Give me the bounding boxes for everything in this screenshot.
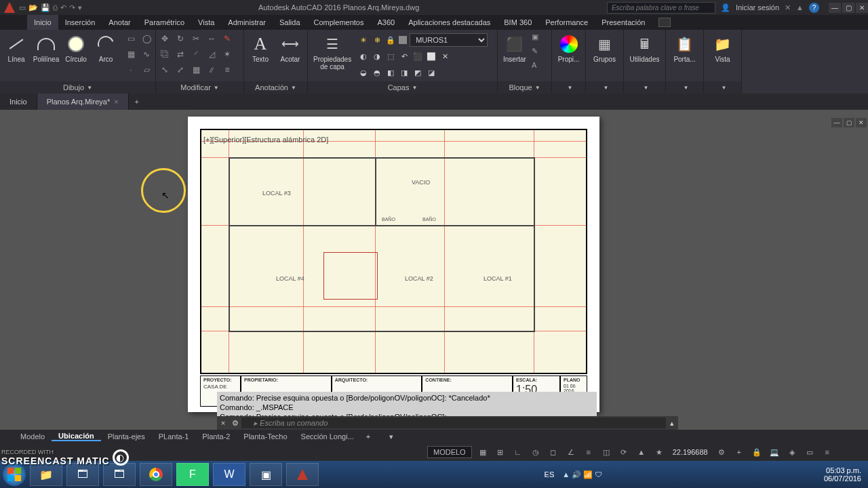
layer-b-icon[interactable]: ◓ xyxy=(372,67,382,78)
start-button[interactable] xyxy=(3,463,26,486)
add-icon[interactable]: + xyxy=(732,445,746,459)
tab-close-icon[interactable]: × xyxy=(114,98,118,106)
panel-label[interactable]: Modificar xyxy=(180,83,211,92)
grupos-button[interactable]: ▦Grupos xyxy=(589,33,620,64)
layer-del-icon[interactable]: ✕ xyxy=(439,51,450,62)
tab-administrar[interactable]: Administrar xyxy=(221,15,273,30)
annovis-icon[interactable]: ★ xyxy=(652,445,666,459)
qat-open-icon[interactable]: 📂 xyxy=(28,3,38,12)
layer-iso-icon[interactable]: ◐ xyxy=(358,51,369,62)
vista-button[interactable]: 📁Vista xyxy=(707,33,738,64)
tab-salida[interactable]: Salida xyxy=(273,15,307,30)
iso-icon[interactable]: ◈ xyxy=(785,445,799,459)
minimize-button[interactable]: — xyxy=(829,3,841,13)
layer-prev-icon[interactable]: ↶ xyxy=(399,51,410,62)
polilinea-button[interactable]: Polilínea xyxy=(33,33,60,77)
task-app2-icon[interactable]: 🗔 xyxy=(103,463,136,486)
draw-region-icon[interactable]: ▱ xyxy=(140,64,153,76)
search-input[interactable] xyxy=(607,2,715,14)
close-button[interactable]: ✕ xyxy=(856,3,868,13)
viewport[interactable]: LOCAL #3 VACIO LOCAL #4 LOCAL #2 LOCAL #… xyxy=(200,129,587,374)
layout-modelo[interactable]: Modelo xyxy=(14,432,52,441)
vp-minimize-icon[interactable]: — xyxy=(831,118,842,127)
layout-planta-1[interactable]: PLanta-1 xyxy=(152,432,196,441)
panel-label[interactable]: Anotación xyxy=(255,83,288,92)
qat-saveas-icon[interactable]: ⎙ xyxy=(53,3,58,12)
cmd-expand-icon[interactable]: ▴ xyxy=(666,419,678,428)
lweight-icon[interactable]: ≡ xyxy=(582,445,595,459)
tab-inicio[interactable]: Inicio xyxy=(27,15,58,30)
cmd-config-icon[interactable]: ⚙ xyxy=(229,419,241,428)
task-word-icon[interactable]: W xyxy=(213,463,245,486)
tab-bim360[interactable]: BIM 360 xyxy=(497,15,538,30)
layout-ubicacion[interactable]: Ubicación xyxy=(52,432,101,441)
custom-icon[interactable]: ≡ xyxy=(821,445,834,459)
tab-aplicaciones[interactable]: Aplicaciones destacadas xyxy=(401,15,497,30)
align-icon[interactable]: ≡ xyxy=(221,64,233,76)
stretch-icon[interactable]: ⤡ xyxy=(159,64,171,76)
annoscale-icon[interactable]: ▲ xyxy=(635,445,648,459)
props-button[interactable]: Propi... xyxy=(555,33,583,64)
qat-save-icon[interactable]: 💾 xyxy=(41,3,50,12)
porta-button[interactable]: 📋Porta... xyxy=(669,33,701,64)
doc-tab-inicio[interactable]: Inicio xyxy=(0,94,37,110)
layer-freeze-icon[interactable]: ❄ xyxy=(372,35,382,45)
layout-add[interactable]: + xyxy=(361,432,376,441)
explode-icon[interactable]: ✶ xyxy=(221,48,233,60)
vp-close-icon[interactable]: ✕ xyxy=(856,118,867,127)
arco-button[interactable]: Arco xyxy=(92,33,119,77)
layer-merge-icon[interactable]: ⬜ xyxy=(426,51,437,62)
layout-planta-2[interactable]: Planta-2 xyxy=(195,432,237,441)
tab-insercion[interactable]: Inserción xyxy=(58,15,102,30)
osnap-icon[interactable]: ◻ xyxy=(547,445,560,459)
polar-icon[interactable]: ◷ xyxy=(529,445,542,459)
layer-a-icon[interactable]: ◒ xyxy=(358,67,369,78)
cmd-input[interactable]: Escriba un comando xyxy=(260,419,328,427)
chamfer-icon[interactable]: ◿ xyxy=(205,48,218,60)
circulo-button[interactable]: Círculo xyxy=(62,33,90,77)
layout-menu-icon[interactable]: ▾ xyxy=(389,432,393,441)
draw-hatch-icon[interactable]: ▦ xyxy=(125,48,137,60)
hardware-icon[interactable]: 💻 xyxy=(768,445,781,459)
block-attr-icon[interactable]: A xyxy=(532,61,544,73)
qat-new-icon[interactable]: ▭ xyxy=(19,3,26,12)
copy-icon[interactable]: ⿻ xyxy=(159,48,171,60)
task-explorer-icon[interactable]: 📁 xyxy=(30,463,62,486)
lock-icon[interactable]: 🔒 xyxy=(750,445,764,459)
block-create-icon[interactable]: ▣ xyxy=(532,33,544,45)
array-icon[interactable]: ▦ xyxy=(190,64,202,76)
block-edit-icon[interactable]: ✎ xyxy=(532,47,544,59)
tab-a360[interactable]: A360 xyxy=(371,15,402,30)
extend-icon[interactable]: ↔ xyxy=(205,33,218,45)
transp-icon[interactable]: ◫ xyxy=(599,445,613,459)
rotate-icon[interactable]: ↻ xyxy=(174,33,186,45)
trim-icon[interactable]: ✂ xyxy=(190,33,202,45)
system-tray[interactable]: ▲ 🔊 📶 🛡 xyxy=(562,470,602,479)
panel-label[interactable]: Capas xyxy=(388,83,410,92)
language-indicator[interactable]: ES xyxy=(540,470,559,479)
erase-icon[interactable]: ✎ xyxy=(221,33,233,45)
signin-icon[interactable]: 👤 xyxy=(721,3,730,12)
clock[interactable]: 05:03 p.m. 06/07/2016 xyxy=(824,466,865,483)
cmd-close-icon[interactable]: × xyxy=(217,419,229,427)
ortho-icon[interactable]: ∟ xyxy=(511,445,525,459)
layout-planta-techo[interactable]: Planta-Techo xyxy=(237,432,294,441)
task-app1-icon[interactable]: 🗔 xyxy=(66,463,99,486)
app-logo[interactable] xyxy=(4,2,15,13)
move-icon[interactable]: ✥ xyxy=(159,33,171,45)
task-autocad-icon[interactable] xyxy=(286,463,319,486)
drawing-area[interactable]: LOCAL #3 VACIO LOCAL #4 LOCAL #2 LOCAL #… xyxy=(0,110,868,430)
draw-rect-icon[interactable]: ▭ xyxy=(125,33,137,45)
task-app4-icon[interactable]: ▣ xyxy=(250,463,282,486)
draw-ellipse-icon[interactable]: ◯ xyxy=(140,33,153,45)
layout-planta-ejes[interactable]: Planta-ejes xyxy=(101,432,152,441)
scale-icon[interactable]: ⤢ xyxy=(174,64,186,76)
viewport-label[interactable]: [+][Superior][Estructura alámbrica 2D] xyxy=(203,136,328,144)
acotar-button[interactable]: ⟷Acotar xyxy=(277,33,304,64)
fillet-icon[interactable]: ◜ xyxy=(190,48,202,60)
layer-match-icon[interactable]: ⬚ xyxy=(385,51,396,62)
offset-icon[interactable]: ⫽ xyxy=(205,64,218,76)
mirror-icon[interactable]: ⇄ xyxy=(174,48,186,60)
qat-more-icon[interactable]: ▾ xyxy=(78,3,82,12)
layer-props-button[interactable]: ☰Propiedades de capa xyxy=(311,33,354,80)
